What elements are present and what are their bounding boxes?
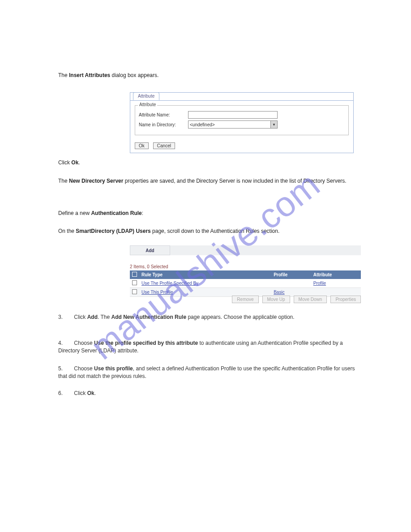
header-profile: Profile (271, 270, 311, 279)
step-3: 3. Click Add. The Add New Authentication… (58, 313, 363, 321)
define-text: Define a new Authentication Rule: (58, 210, 336, 217)
step5-bold: Use this profile (94, 365, 133, 372)
step-4: 4. Choose Use the profile specified by t… (58, 339, 363, 355)
add-bar: Add (130, 245, 361, 255)
step6-prefix: Click (74, 390, 87, 396)
row-checkbox[interactable] (132, 289, 137, 294)
table-row: Use The Profile Specified By Profile (130, 279, 361, 288)
step3-suffix2: page appears. Choose the applicable opti… (186, 314, 295, 320)
step6-suffix: . (94, 390, 96, 396)
header-checkbox-cell (130, 270, 139, 279)
attribute-link[interactable]: Profile (313, 281, 326, 286)
define-prefix: Define a new (58, 210, 91, 216)
rule-link[interactable]: Use This Profile (141, 290, 173, 295)
items-summary: 2 Items, 0 Selected (130, 264, 168, 269)
intro-bold: Insert Attributes (69, 72, 110, 78)
saved-bold: New Directory Server (69, 178, 123, 184)
step3-num: 3. (58, 314, 63, 320)
table-header-row: Rule Type Profile Attribute (130, 270, 361, 279)
step4-bold: Use the profile specified by this attrib… (94, 340, 198, 346)
authrules-text: On the SmartDirectory (LDAP) Users page,… (58, 227, 363, 235)
row-checkbox[interactable] (132, 280, 137, 285)
click-ok-prefix: Click (58, 159, 71, 166)
properties-button[interactable]: Properties (330, 296, 361, 303)
select-all-checkbox[interactable] (132, 272, 137, 277)
saved-suffix: properties are saved, and the Directory … (123, 178, 346, 184)
step3-suffix1: . The (98, 314, 111, 320)
step5-prefix: Choose (74, 365, 94, 372)
chevron-down-icon[interactable]: ▼ (270, 121, 277, 128)
attribute-name-input[interactable] (188, 111, 278, 119)
authrules-prefix: On the (58, 228, 76, 234)
add-bar-rest (170, 245, 361, 255)
ok-button[interactable]: Ok (135, 142, 149, 149)
define-suffix: : (142, 210, 143, 216)
name-in-directory-label: Name in Directory: (139, 122, 188, 127)
cancel-button[interactable]: Cancel (153, 142, 175, 149)
click-ok-suffix: . (78, 159, 80, 166)
step3-bold: Add (87, 314, 98, 320)
rule-link[interactable]: Use The Profile Specified By (141, 281, 198, 286)
step4-prefix: Choose (74, 340, 94, 346)
select-value: <undefined> (190, 122, 215, 127)
saved-text: The New Directory Server properties are … (58, 177, 363, 185)
step4-num: 4. (58, 340, 63, 346)
remove-button[interactable]: Remove (232, 296, 258, 303)
fieldset-legend: Attribute (138, 102, 157, 107)
authrules-suffix: page, scroll down to the Authentication … (151, 228, 280, 234)
watermark-text: manualshive.com (83, 164, 328, 368)
step6-bold: Ok (87, 390, 94, 396)
tab-attribute[interactable]: Attribute (133, 92, 159, 100)
intro-text: The Insert Attributes dialog box appears… (58, 72, 336, 79)
define-bold: Authentication Rule (91, 210, 141, 216)
add-button[interactable]: Add (130, 245, 170, 255)
header-rule-type: Rule Type (139, 270, 271, 279)
step-5: 5. Choose Use this profile, and select a… (58, 365, 363, 380)
intro-prefix: The (58, 72, 69, 78)
header-attribute: Attribute (311, 270, 361, 279)
attribute-name-label: Attribute Name: (139, 112, 188, 117)
attribute-fieldset: Attribute Attribute Name: Name in Direct… (135, 105, 349, 135)
profile-link[interactable]: Basic (274, 290, 284, 295)
name-in-directory-select[interactable]: <undefined> ▼ (188, 120, 278, 129)
step3-bold2: Add New Authentication Rule (111, 314, 187, 320)
intro-suffix: dialog box appears. (110, 72, 158, 78)
step-6: 6. Click Ok. (58, 390, 363, 397)
authrules-bold: SmartDirectory (LDAP) Users (76, 228, 150, 234)
move-down-button[interactable]: Move Down (294, 296, 327, 303)
attribute-panel: Attribute Attribute Attribute Name: Name… (130, 92, 354, 153)
step6-num: 6. (58, 390, 63, 396)
move-up-button[interactable]: Move Up (262, 296, 290, 303)
table-buttons-row: Remove Move Up Move Down Properties (130, 296, 361, 303)
click-ok-text: Click Ok. (58, 159, 336, 167)
step5-num: 5. (58, 365, 63, 372)
saved-prefix: The (58, 178, 69, 184)
rules-table: Rule Type Profile Attribute Use The Prof… (130, 270, 361, 297)
attribute-body: Attribute Attribute Name: Name in Direct… (130, 100, 353, 140)
click-ok-bold: Ok (71, 159, 78, 166)
step3-prefix: Click (74, 314, 87, 320)
